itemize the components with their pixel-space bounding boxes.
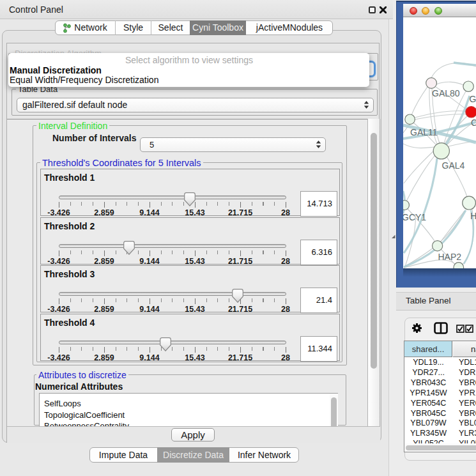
svg-text:GAL4: GAL4	[442, 160, 465, 171]
svg-text:C: C	[471, 118, 476, 128]
svg-text:GAL80: GAL80	[432, 88, 460, 98]
svg-text:GCY1: GCY1	[403, 212, 426, 222]
svg-text:GAL11: GAL11	[410, 127, 438, 137]
svg-text:GA: GA	[470, 94, 476, 104]
svg-text:HAP2: HAP2	[438, 252, 462, 262]
svg-text:H: H	[470, 211, 476, 221]
